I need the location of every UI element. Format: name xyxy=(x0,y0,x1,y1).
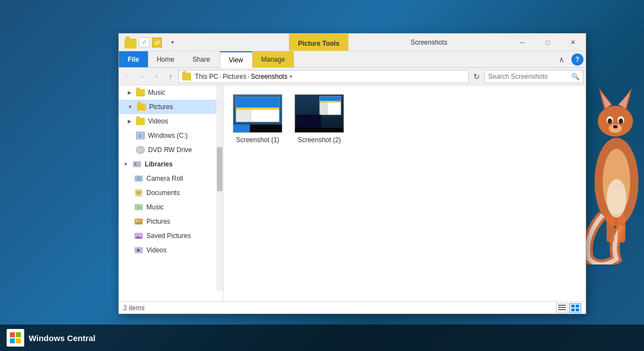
sidebar-scroll-thumb[interactable] xyxy=(217,147,222,191)
sidebar-documents-label: Documents xyxy=(146,189,180,197)
svg-rect-17 xyxy=(134,163,137,166)
sidebar-item-saved-pictures[interactable]: Saved Pictures xyxy=(119,229,223,243)
sidebar-pictures-library-label: Pictures xyxy=(146,218,170,225)
qat-open-button[interactable]: 📁 xyxy=(152,37,162,47)
qat-checkmark-button[interactable]: ✓ xyxy=(139,37,150,47)
sidebar-section-libraries[interactable]: ▼ Libraries xyxy=(119,157,223,171)
refresh-button[interactable]: ↻ xyxy=(470,70,483,83)
tab-home[interactable]: Home xyxy=(148,51,184,67)
breadcrumb-thispc[interactable]: This PC xyxy=(195,73,219,80)
status-count: 2 items xyxy=(123,304,145,312)
svg-rect-40 xyxy=(571,309,575,311)
file-area: Screenshot (1) xyxy=(223,85,586,301)
sidebar-item-documents[interactable]: Documents xyxy=(119,186,223,200)
tab-file[interactable]: File xyxy=(119,51,148,67)
minimize-button[interactable]: ─ xyxy=(510,34,535,51)
up-button[interactable]: ↑ xyxy=(164,70,177,83)
sidebar-saved-pictures-label: Saved Pictures xyxy=(146,232,191,240)
search-input[interactable] xyxy=(488,73,571,80)
address-breadcrumb[interactable]: This PC › Pictures › Screenshots ▾ xyxy=(178,70,469,83)
view-list-button[interactable] xyxy=(556,303,568,313)
expand-arrow-libraries: ▼ xyxy=(123,161,128,167)
sidebar-item-pictures[interactable]: ▼ Pictures xyxy=(119,100,223,114)
address-bar: ← → ▾ ↑ This PC › Pictures › Screenshots… xyxy=(119,68,586,85)
expand-arrow-dvd: ▶ xyxy=(128,147,132,153)
qat-dropdown-button[interactable]: ▾ xyxy=(170,39,175,45)
sidebar-item-pictures-library[interactable]: Pictures xyxy=(119,214,223,229)
bc-arrow-1: › xyxy=(220,73,222,80)
back-button[interactable]: ← xyxy=(121,70,134,83)
svg-point-21 xyxy=(138,178,140,180)
sidebar-content: ▶ Music ▼ Pictures ▶ Videos xyxy=(119,85,223,301)
pictures-folder-icon xyxy=(137,103,146,111)
svg-rect-44 xyxy=(10,338,15,343)
sidebar-videos-label: Videos xyxy=(148,117,168,125)
breadcrumb-folder-icon xyxy=(182,73,191,80)
tab-share[interactable]: Share xyxy=(184,51,220,67)
sidebar-item-camera-roll[interactable]: Camera Roll xyxy=(119,171,223,186)
ribbon-help-area: ∧ ? xyxy=(554,51,586,67)
title-bar-left: ✓ 📁 ▾ xyxy=(119,34,289,51)
file-thumb-2 xyxy=(294,94,344,133)
sidebar-item-windows-drive[interactable]: ▶ C Windows (C:) xyxy=(119,128,223,143)
breadcrumb-screenshots[interactable]: Screenshots xyxy=(250,73,287,80)
sidebar-item-dvd[interactable]: ▶ DVD RW Drive xyxy=(119,143,223,157)
view-grid-button[interactable] xyxy=(569,303,581,313)
music-library-icon: ♪ xyxy=(134,203,143,211)
thumb-taskbar-1 xyxy=(233,125,282,132)
videos-library-icon xyxy=(134,246,143,254)
sidebar-pictures-label: Pictures xyxy=(149,103,173,111)
thumb-content-2 xyxy=(295,95,343,132)
file-item-screenshot-1[interactable]: Screenshot (1) xyxy=(230,92,285,147)
forward-button[interactable]: → xyxy=(135,70,149,83)
sidebar-music-library-label: Music xyxy=(146,203,163,211)
thumb-window-inner-1 xyxy=(236,97,280,122)
status-bar: 2 items xyxy=(119,301,586,314)
picture-tools-label: Picture Tools xyxy=(298,40,339,51)
sidebar-windows-drive-label: Windows (C:) xyxy=(148,132,188,139)
status-view-buttons xyxy=(556,303,581,313)
file-grid: Screenshot (1) xyxy=(230,92,579,295)
recent-locations-button[interactable]: ▾ xyxy=(150,70,163,83)
file-label-2: Screenshot (2) xyxy=(298,136,341,145)
expand-arrow-videos: ▶ xyxy=(128,118,132,124)
svg-rect-37 xyxy=(558,309,566,310)
sidebar-videos-library-label: Videos xyxy=(146,246,166,254)
svg-rect-18 xyxy=(138,163,140,166)
main-area: ▶ Music ▼ Pictures ▶ Videos xyxy=(119,85,586,301)
breadcrumb-dropdown[interactable]: ▾ xyxy=(290,73,292,79)
sidebar-scrollbar[interactable] xyxy=(216,85,223,290)
file-thumb-1 xyxy=(233,94,282,133)
bc-arrow-2: › xyxy=(248,73,250,80)
tab-view[interactable]: View xyxy=(220,51,253,68)
sidebar-item-music-library[interactable]: ♪ Music xyxy=(119,200,223,214)
window-title: Screenshots xyxy=(348,34,510,51)
search-icon[interactable]: 🔍 xyxy=(571,73,580,80)
ribbon-tabs: File Home Share View Manage ∧ ? xyxy=(119,51,586,68)
maximize-button[interactable]: □ xyxy=(535,34,560,51)
window-controls: ─ □ ✕ xyxy=(510,34,586,51)
breadcrumb-pictures[interactable]: Pictures xyxy=(222,73,246,80)
sidebar-music-label: Music xyxy=(148,89,165,96)
bc-sep-1 xyxy=(192,73,194,80)
sidebar-item-videos[interactable]: ▶ Videos xyxy=(119,114,223,128)
windows-central-logo: Windows Central xyxy=(7,329,96,347)
sidebar-item-videos-library[interactable]: Videos xyxy=(119,243,223,257)
picture-tools-tab[interactable]: Picture Tools xyxy=(289,34,348,51)
tab-manage[interactable]: Manage xyxy=(253,51,294,67)
svg-rect-35 xyxy=(558,305,566,306)
svg-rect-42 xyxy=(10,332,15,337)
search-box[interactable]: 🔍 xyxy=(484,70,583,83)
svg-text:♪: ♪ xyxy=(138,205,140,210)
svg-rect-39 xyxy=(576,305,579,307)
ribbon-expand-button[interactable]: ∧ xyxy=(554,52,569,67)
help-button[interactable]: ? xyxy=(571,53,583,66)
libraries-icon xyxy=(133,160,141,168)
taskbar: Windows Central xyxy=(0,325,644,351)
saved-pictures-icon xyxy=(134,232,143,240)
sidebar-item-music[interactable]: ▶ Music xyxy=(119,85,223,100)
expand-arrow-pictures: ▼ xyxy=(128,104,133,110)
file-item-screenshot-2[interactable]: Screenshot (2) xyxy=(292,92,347,147)
taskbar-brand-label: Windows Central xyxy=(29,333,96,343)
close-button[interactable]: ✕ xyxy=(560,34,586,51)
